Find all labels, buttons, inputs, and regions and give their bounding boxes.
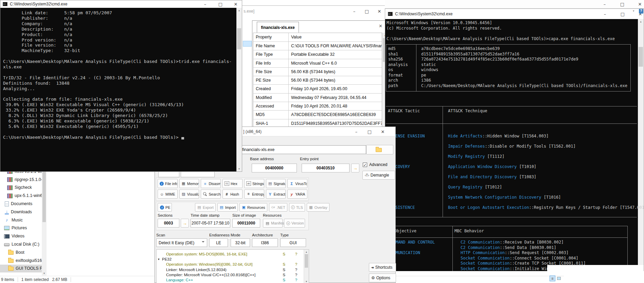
- sidebar-item[interactable]: GUI TOOLS FOR: [0, 265, 42, 273]
- sidebar-scrollbar[interactable]: ▾: [42, 172, 47, 276]
- results-scrollbar[interactable]: ▴ ▾: [304, 250, 309, 283]
- sections-goto-button[interactable]: →: [181, 219, 189, 228]
- property-row[interactable]: Created Friday 10 April 2026, 19.45.00: [253, 85, 382, 93]
- close-icon[interactable]: ✕: [377, 127, 389, 136]
- scan-result-row[interactable]: Compiler: Microsoft Visual C/C++(12.00.8…: [157, 272, 303, 277]
- sidebar-item[interactable]: ripgrep-15.1.0-: [0, 176, 42, 184]
- endianness-field[interactable]: LE: [209, 238, 228, 247]
- pe-section-button[interactable]: C# .NET: [269, 203, 287, 212]
- scroll-down-icon[interactable]: ▾: [236, 167, 242, 170]
- info-link[interactable]: ?: [289, 262, 303, 266]
- demangle-button[interactable]: ‹T› Demangle: [362, 171, 395, 180]
- maximize-icon[interactable]: □: [617, 9, 628, 19]
- capa-scrollbar-thumb[interactable]: [639, 47, 643, 67]
- die-tool-button[interactable]: Entropy: [244, 189, 264, 199]
- die-tool-button[interactable]: YARA: [287, 189, 307, 199]
- die-tool-button[interactable]: Memory map: [179, 179, 199, 188]
- capa-terminal[interactable]: ▴ Microsoft Windows [Version 10.0.19045.…: [385, 19, 644, 271]
- sidebar-item[interactable]: Videos: [0, 232, 42, 240]
- sidebar-item[interactable]: ↓ Downloads: [0, 208, 42, 216]
- sidebar-item[interactable]: Documents: [0, 200, 42, 208]
- sidebar-item[interactable]: exiftoolgui516: [0, 256, 42, 265]
- sidebar-item[interactable]: Boot: [0, 248, 42, 256]
- scan-result-row[interactable]: Linker: Microsoft Linker(5.12.8034) S ?: [157, 267, 303, 272]
- sidebar-item[interactable]: upx-5.1.1-win6: [0, 192, 42, 200]
- hidden-window-titlebar[interactable]: – □ ✕: [385, 0, 644, 9]
- die-tool-button[interactable]: Hash: [222, 189, 243, 199]
- browse-folder-button[interactable]: [366, 145, 393, 154]
- scan-result-row[interactable]: ▾ PE32: [157, 256, 303, 262]
- signature-link[interactable]: S: [279, 268, 289, 272]
- minimize-icon[interactable]: –: [348, 6, 360, 17]
- trid-terminal[interactable]: Link date: 5:58 pm 07/05/2007 Publisher:…: [0, 8, 242, 171]
- scroll-down-icon[interactable]: ▾: [304, 280, 309, 283]
- info-link[interactable]: ?: [289, 278, 303, 282]
- info-link[interactable]: ?: [289, 273, 303, 277]
- pe-section-button[interactable]: Overlay: [307, 203, 329, 212]
- sidebar-item[interactable]: Pictures: [0, 224, 42, 232]
- pe-section-button[interactable]: Export: [195, 203, 216, 212]
- scroll-up-icon[interactable]: ▴: [304, 250, 309, 253]
- version-button[interactable]: v Version: [284, 219, 305, 228]
- trid-scrollbar[interactable]: ▴ ▾: [236, 8, 242, 171]
- manifest-button[interactable]: Manifest: [263, 219, 283, 228]
- pe-section-button[interactable]: Resources: [239, 203, 267, 212]
- scan-engine-select[interactable]: Detect It Easy (DiE): [156, 238, 207, 247]
- scroll-up-icon[interactable]: ▴: [236, 9, 242, 12]
- shortcuts-button[interactable]: ▪■ Shortcuts: [369, 263, 396, 272]
- sections-field[interactable]: 0003: [158, 219, 179, 228]
- die-tool-button[interactable]: Signatures: [266, 179, 286, 188]
- signature-link[interactable]: S: [279, 252, 289, 256]
- mode-field[interactable]: 32-bit: [231, 238, 250, 247]
- expander-icon[interactable]: ▾: [158, 257, 162, 261]
- die-tool-button[interactable]: Visualization: [179, 189, 199, 199]
- property-row[interactable]: Accessed Friday 10 April 2026, 20.01.48: [253, 102, 382, 111]
- info-link[interactable]: ?: [289, 268, 303, 272]
- scan-result-row[interactable]: Language: C++ S ?: [157, 277, 303, 282]
- signature-link[interactable]: S: [279, 278, 289, 282]
- property-row[interactable]: Modified Wednesday 07 February 2018, 04.…: [253, 94, 382, 102]
- trid-scrollbar-thumb[interactable]: [237, 28, 241, 49]
- scroll-up-icon[interactable]: ▴: [638, 20, 644, 23]
- die-tool-button[interactable]: 01 Hex: [222, 179, 243, 188]
- close-icon[interactable]: ✕: [230, 0, 242, 8]
- close-icon[interactable]: ✕: [374, 6, 385, 17]
- properties-tab[interactable]: financials-xls.exe: [257, 22, 299, 33]
- minimize-icon[interactable]: –: [599, 9, 611, 19]
- property-row[interactable]: File Name C:\GUI TOOLS FOR MALWARE ANALY…: [253, 42, 382, 50]
- scan-result-row[interactable]: Operation system: Windows(95)[I386, 32-b…: [157, 262, 303, 267]
- details-view-button[interactable]: ≣: [550, 276, 555, 281]
- minimize-icon[interactable]: –: [199, 0, 211, 8]
- property-row[interactable]: File Info Microsoft Visual C++ 6.0: [253, 59, 382, 68]
- die-tool-button[interactable]: i File info: [158, 179, 178, 188]
- scroll-down-icon[interactable]: ▾: [42, 272, 47, 275]
- die-tool-button[interactable]: MIME: [158, 189, 178, 199]
- info-link[interactable]: ?: [289, 252, 303, 256]
- maximize-icon[interactable]: □: [616, 0, 628, 9]
- options-button[interactable]: ⚙ Options: [369, 273, 396, 282]
- die-tool-button[interactable]: ab Strings: [244, 179, 264, 188]
- signature-link[interactable]: S: [279, 262, 289, 266]
- property-row[interactable]: File Type Portable Executable 32: [253, 50, 382, 59]
- sidebar-item[interactable]: Sigcheck: [0, 184, 42, 192]
- pe-button[interactable]: i PE: [158, 203, 172, 212]
- background-window-titlebar[interactable]: s.exe] – □ ✕: [240, 6, 389, 17]
- property-row[interactable]: File Size 56.00 KB (57344 bytes): [253, 68, 382, 76]
- architecture-field[interactable]: I386: [252, 238, 278, 247]
- property-row[interactable]: MD5 A78CDBEEC7E5DCE0E6985A16EECBE639: [253, 111, 382, 119]
- maximize-icon[interactable]: □: [361, 6, 373, 17]
- help-icon[interactable]: ?: [639, 9, 643, 14]
- entry-point-goto-button[interactable]: →: [351, 164, 359, 172]
- pe-section-button[interactable]: i TLS: [289, 203, 305, 212]
- sidebar-item[interactable]: Local Disk (C:): [0, 240, 42, 248]
- close-icon[interactable]: ✕: [634, 0, 644, 9]
- thumbnail-view-button[interactable]: [556, 276, 562, 281]
- close-icon[interactable]: ✕: [379, 23, 382, 29]
- minimize-icon[interactable]: –: [599, 0, 610, 9]
- time-date-stamp-field[interactable]: 2007-05-07 17:58:10: [191, 219, 230, 228]
- base-address-field[interactable]: 00400000: [252, 164, 297, 172]
- type-field[interactable]: GUI: [280, 238, 306, 247]
- signature-link[interactable]: S: [279, 273, 289, 277]
- die-tool-button[interactable]: Extractor: [266, 189, 286, 199]
- property-row[interactable]: PE Size 56.00 KB (57344 bytes): [253, 76, 382, 85]
